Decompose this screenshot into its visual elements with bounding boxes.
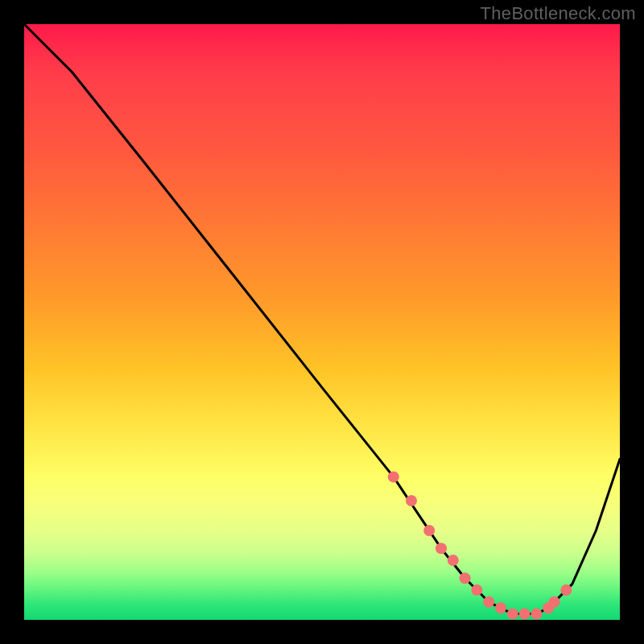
curve-marker <box>471 584 482 596</box>
chart-frame: TheBottleneck.com <box>0 0 644 644</box>
curve-marker <box>483 597 494 608</box>
curve-marker <box>530 609 542 620</box>
curve-marker <box>388 471 399 482</box>
curve-marker <box>495 602 506 613</box>
curve-marker <box>507 609 518 620</box>
curve-marker <box>406 495 417 506</box>
curve-marker <box>423 525 435 536</box>
plot-area <box>24 24 620 620</box>
curve-marker <box>448 555 459 566</box>
curve-marker <box>549 597 560 608</box>
curve-marker <box>460 572 471 584</box>
bottleneck-curve-path <box>24 24 620 614</box>
curve-marker <box>560 584 572 596</box>
watermark-text: TheBottleneck.com <box>481 3 636 24</box>
curve-markers <box>388 471 572 619</box>
curve-overlay <box>24 24 620 620</box>
curve-marker <box>519 609 530 620</box>
curve-marker <box>436 543 447 554</box>
